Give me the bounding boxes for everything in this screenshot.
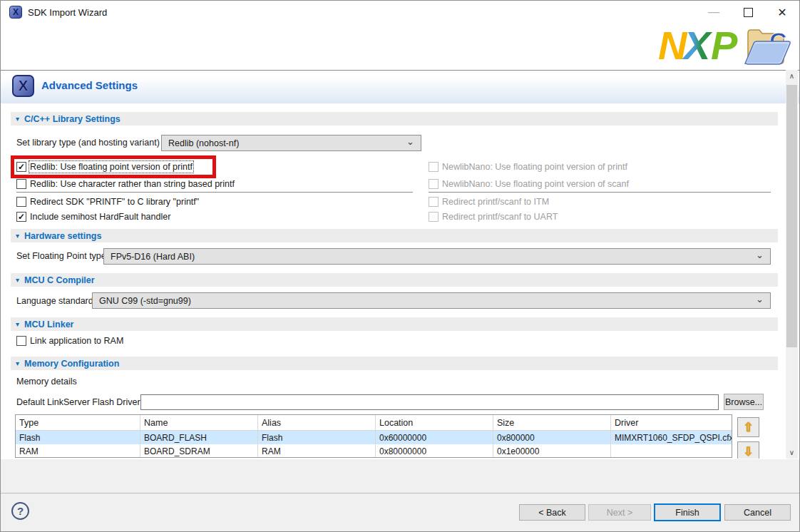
cell-driver: MIMXRT1060_SFDP_QSPI.cfx <box>611 431 732 444</box>
library-type-select[interactable]: Redlib (nohost-nf) ⌄ <box>161 135 421 151</box>
nxp-logo: N X P <box>658 25 742 69</box>
floating-point-select[interactable]: FPv5-D16 (Hard ABI) ⌄ <box>103 248 771 265</box>
checkbox-group-divider-left <box>16 192 413 193</box>
table-row-flash[interactable]: Flash BOARD_FLASH Flash 0x60000000 0x800… <box>16 431 732 444</box>
cell-size: 0x800000 <box>493 431 611 444</box>
c-project-folder-icon: C <box>744 25 792 72</box>
checkbox-redirect-itm <box>429 197 439 207</box>
help-icon: ? <box>17 505 24 517</box>
help-button[interactable]: ? <box>11 502 29 520</box>
language-standard-label: Language standard <box>16 296 93 306</box>
browse-button[interactable]: Browse... <box>724 394 764 410</box>
checkbox-group-divider-right <box>429 192 771 193</box>
move-row-down-button[interactable]: ⇩ <box>737 441 759 459</box>
cell-location: 0x80000000 <box>376 444 493 458</box>
cell-name: BOARD_SDRAM <box>140 444 258 458</box>
checkbox-redlib-char-printf-label[interactable]: Redlib: Use character rather than string… <box>30 179 235 189</box>
title-bar: X SDK Import Wizard — ✕ <box>1 1 800 24</box>
mcuxpresso-icon: X <box>12 75 34 97</box>
section-library-settings[interactable]: ▾ C/C++ Library Settings <box>11 112 778 126</box>
row-move-buttons: ⇧ ⇩ <box>737 414 761 459</box>
column-header-location[interactable]: Location <box>376 415 493 430</box>
checkbox-semihost-hardfault-label[interactable]: Include semihost HardFault handler <box>30 212 170 222</box>
checkbox-redlib-char-printf[interactable] <box>16 179 26 189</box>
table-row-ram[interactable]: RAM BOARD_SDRAM RAM 0x80000000 0x1e00000 <box>16 444 732 458</box>
checkbox-redirect-sdk-printf[interactable] <box>16 197 26 207</box>
memory-details-label: Memory details <box>16 377 77 387</box>
checkbox-link-to-ram-label[interactable]: Link application to RAM <box>30 336 123 346</box>
floating-point-label: Set Floating Point type <box>16 251 106 261</box>
collapse-arrow-icon: ▾ <box>16 232 19 240</box>
checkbox-newlibnano-printf <box>429 162 439 172</box>
chevron-down-icon: ⌄ <box>756 250 764 260</box>
collapse-arrow-icon: ▾ <box>16 116 19 123</box>
sdk-import-wizard-window: X SDK Import Wizard — ✕ N X P C X Advanc… <box>0 0 800 532</box>
chevron-down-icon: ⌄ <box>756 294 764 305</box>
back-button[interactable]: < Back <box>519 504 585 521</box>
section-hardware-settings-title: Hardware settings <box>24 231 101 241</box>
section-memory-configuration-title: Memory Configuration <box>24 359 119 369</box>
checkbox-semihost-hardfault[interactable]: ✓ <box>16 212 26 222</box>
move-up-icon: ⇧ <box>743 420 753 435</box>
collapse-arrow-icon: ▾ <box>16 360 19 367</box>
checkbox-redirect-sdk-printf-label[interactable]: Redirect SDK "PRINTF" to C library "prin… <box>30 197 199 207</box>
cell-driver <box>611 444 732 458</box>
next-button: Next > <box>588 504 651 521</box>
checkbox-redirect-uart <box>429 212 439 222</box>
memory-table[interactable]: Type Name Alias Location Size Driver Fla… <box>15 414 732 458</box>
minimize-button[interactable]: — <box>697 1 730 24</box>
checkbox-newlibnano-scanf <box>429 179 439 189</box>
column-header-name[interactable]: Name <box>140 415 258 430</box>
scroll-down-icon[interactable]: ∨ <box>786 446 798 459</box>
checkbox-redirect-uart-label: Redirect printf/scanf to UART <box>442 212 558 222</box>
close-button[interactable]: ✕ <box>766 1 799 24</box>
cell-alias: RAM <box>258 444 376 458</box>
checkbox-newlibnano-printf-label: NewlibNano: Use floating point version o… <box>442 162 627 172</box>
finish-button[interactable]: Finish <box>654 503 721 521</box>
cell-location: 0x60000000 <box>376 431 493 444</box>
checkbox-newlibnano-scanf-label: NewlibNano: Use floating point version o… <box>442 179 629 189</box>
column-header-size[interactable]: Size <box>493 415 611 430</box>
section-mcu-linker[interactable]: ▾ MCU Linker <box>11 317 778 331</box>
flash-driver-input[interactable] <box>140 394 719 410</box>
language-standard-select[interactable]: GNU C99 (-std=gnu99) ⌄ <box>92 292 771 309</box>
cell-size: 0x1e00000 <box>493 444 611 458</box>
section-memory-configuration[interactable]: ▾ Memory Configuration <box>11 357 778 370</box>
app-icon: X <box>9 6 22 19</box>
move-down-icon: ⇩ <box>743 444 753 459</box>
checkbox-link-to-ram[interactable] <box>16 336 26 346</box>
collapse-arrow-icon: ▾ <box>16 321 19 328</box>
cancel-button[interactable]: Cancel <box>724 504 791 521</box>
nxp-letter-x: X <box>682 25 713 66</box>
window-title: SDK Import Wizard <box>28 7 107 18</box>
cell-name: BOARD_FLASH <box>140 431 258 444</box>
library-type-label: Set library type (and hosting variant) <box>16 138 160 148</box>
section-hardware-settings[interactable]: ▾ Hardware settings <box>11 229 778 242</box>
checkbox-redirect-itm-label: Redirect printf/scanf to ITM <box>442 197 549 207</box>
scroll-up-icon[interactable]: ∧ <box>786 70 798 82</box>
cell-alias: Flash <box>258 431 376 444</box>
vertical-scrollbar[interactable]: ∧ ∨ <box>786 70 798 459</box>
column-header-alias[interactable]: Alias <box>258 415 376 430</box>
flash-driver-label: Default LinkServer Flash Driver <box>16 397 140 407</box>
section-mcu-c-compiler[interactable]: ▾ MCU C Compiler <box>11 273 778 287</box>
maximize-icon <box>744 8 753 17</box>
language-standard-value: GNU C99 (-std=gnu99) <box>99 296 191 306</box>
scrollbar-thumb[interactable] <box>786 85 797 347</box>
column-header-type[interactable]: Type <box>16 415 140 430</box>
cell-type: Flash <box>16 431 140 444</box>
section-mcu-c-compiler-title: MCU C Compiler <box>24 275 95 285</box>
maximize-button[interactable] <box>732 1 764 24</box>
cell-type: RAM <box>16 444 140 458</box>
memory-table-header[interactable]: Type Name Alias Location Size Driver <box>16 415 732 431</box>
chevron-down-icon: ⌄ <box>406 136 414 147</box>
column-header-driver[interactable]: Driver <box>611 415 732 430</box>
close-icon: ✕ <box>777 6 786 19</box>
floating-point-value: FPv5-D16 (Hard ABI) <box>111 252 195 262</box>
move-row-up-button[interactable]: ⇧ <box>737 417 759 437</box>
collapse-arrow-icon: ▾ <box>16 277 19 284</box>
checkbox-redlib-float-printf[interactable]: ✓ <box>16 162 26 172</box>
checkbox-redlib-float-printf-label[interactable]: Redlib: Use floating point version of pr… <box>30 162 193 172</box>
nxp-letter-p: P <box>711 25 738 66</box>
library-type-value: Redlib (nohost-nf) <box>168 138 239 148</box>
